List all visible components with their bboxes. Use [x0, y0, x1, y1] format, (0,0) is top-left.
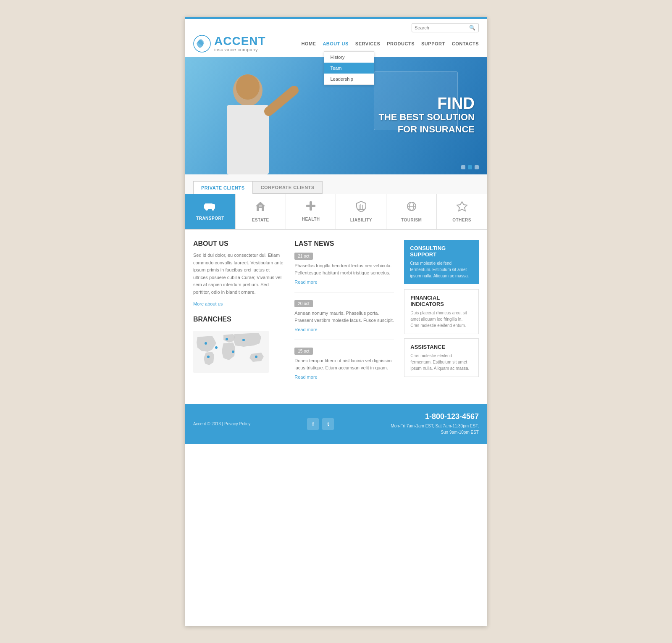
center-column: LAST NEWS 21 oct Phasellus fringilla hen…	[294, 240, 394, 394]
svg-rect-2	[227, 105, 269, 174]
right-column: CONSULTING SUPPORT Cras molestie eleifen…	[404, 240, 479, 394]
dropdown-leadership[interactable]: Leadership	[324, 74, 374, 84]
nav-about-us[interactable]: ABOUT US	[323, 40, 348, 48]
liability-label: LIABILITY	[350, 218, 372, 222]
world-map	[193, 331, 269, 373]
news-date-3: 15 oct	[294, 348, 312, 355]
about-us-link[interactable]: More about us	[193, 301, 223, 306]
hero-dots	[461, 165, 479, 169]
news-date-1: 21 oct	[294, 253, 312, 260]
estate-icon	[255, 200, 266, 215]
search-box[interactable]: 🔍	[412, 23, 479, 32]
hero-dot-1[interactable]	[461, 165, 465, 169]
logo-area: ACCENT insurance company	[193, 35, 266, 53]
svg-point-28	[207, 356, 210, 358]
logo-icon	[193, 35, 211, 53]
svg-point-23	[215, 346, 218, 349]
search-input[interactable]	[415, 25, 469, 30]
svg-point-27	[255, 356, 257, 358]
svg-rect-13	[306, 205, 315, 207]
page-wrapper: 🔍 ACCENT insurance company HOME ABOUT US	[185, 17, 487, 626]
footer-hours-line1: Mon-Fri 7am-1am EST, Sat 7am-11:30pm EST…	[391, 424, 479, 428]
news-date-2: 20 oct	[294, 300, 312, 307]
consulting-box: CONSULTING SUPPORT Cras molestie eleifen…	[404, 240, 479, 284]
footer: Accent © 2013 | Privacy Policy f t 1-800…	[185, 404, 487, 444]
transport-icon	[204, 200, 216, 213]
news-item-1: 21 oct Phasellus fringilla hendrerit lec…	[294, 252, 394, 293]
assistance-text: Cras molestie eleifend fermentum. Estibu…	[410, 353, 472, 372]
svg-point-22	[205, 342, 207, 345]
hero-find: FIND	[378, 95, 475, 111]
footer-copyright: Accent © 2013 | Privacy Policy	[193, 422, 250, 426]
news-item-3: 15 oct Donec tempor libero ut nisl lacin…	[294, 347, 394, 387]
ins-others[interactable]: OTHERS	[437, 194, 487, 229]
nav-home[interactable]: HOME	[301, 40, 316, 48]
tourism-label: TOURISM	[401, 218, 422, 222]
svg-point-26	[232, 350, 234, 353]
others-label: OTHERS	[452, 218, 471, 222]
tab-corporate-clients[interactable]: CORPORATE CLIENTS	[253, 181, 323, 194]
svg-point-25	[242, 339, 245, 341]
svg-point-9	[212, 208, 214, 211]
about-us-text: Sed id dui dolor, eu consectetur dui. Et…	[193, 252, 284, 296]
footer-contact: 1-800-123-4567 Mon-Fri 7am-1am EST, Sat …	[391, 412, 479, 435]
header-main: ACCENT insurance company HOME ABOUT US H…	[193, 35, 479, 57]
logo-text-area: ACCENT insurance company	[214, 35, 266, 52]
svg-rect-11	[259, 205, 262, 207]
twitter-button[interactable]: t	[322, 418, 334, 430]
news-item-2: 20 oct Aenean nonumy mauris. Phasellus p…	[294, 299, 394, 340]
news-readmore-2[interactable]: Read more	[294, 327, 317, 332]
tab-buttons: PRIVATE CLIENTS CORPORATE CLIENTS	[193, 181, 479, 194]
nav-products[interactable]: PRODUCTS	[387, 40, 415, 48]
content-section: ABOUT US Sed id dui dolor, eu consectetu…	[185, 230, 487, 404]
svg-point-5	[291, 86, 298, 93]
health-label: HEALTH	[302, 217, 320, 221]
footer-phone: 1-800-123-4567	[391, 412, 479, 421]
footer-hours-line2: Sun 9am-10pm EST	[441, 430, 479, 435]
ins-liability[interactable]: LIABILITY	[336, 194, 386, 229]
liability-icon	[356, 200, 367, 215]
tourism-icon	[405, 200, 418, 215]
consulting-title: CONSULTING SUPPORT	[410, 245, 473, 258]
news-text-3: Donec tempor libero ut nisl lacinia vel …	[294, 357, 394, 371]
ins-health[interactable]: HEALTH	[286, 194, 336, 229]
nav-support[interactable]: SUPPORT	[421, 40, 445, 48]
hero-text: FIND THE BEST SOLUTION FOR INSURANCE	[378, 95, 475, 135]
header-top: 🔍	[193, 23, 479, 32]
svg-line-4	[269, 90, 294, 111]
about-us-dropdown: History Team Leadership	[324, 51, 374, 85]
consulting-text: Cras molestie eleifend fermentum. Estibu…	[410, 260, 473, 279]
news-readmore-3[interactable]: Read more	[294, 374, 317, 379]
tab-private-clients[interactable]: PRIVATE CLIENTS	[193, 181, 253, 194]
assistance-box: ASSISTANCE Cras molestie eleifend fermen…	[404, 338, 479, 377]
svg-rect-7	[205, 203, 213, 206]
nav-contacts[interactable]: CONTACTS	[452, 40, 479, 48]
ins-tourism[interactable]: TOURISM	[386, 194, 437, 229]
footer-hours: Mon-Fri 7am-1am EST, Sat 7am-11:30pm EST…	[391, 423, 479, 435]
last-news-title: LAST NEWS	[294, 240, 394, 248]
svg-point-8	[205, 208, 208, 211]
header: 🔍 ACCENT insurance company HOME ABOUT US	[185, 19, 487, 57]
about-us-title: ABOUT US	[193, 240, 284, 248]
hero-line3: FOR INSURANCE	[378, 124, 475, 136]
left-column: ABOUT US Sed id dui dolor, eu consectetu…	[193, 240, 284, 394]
hero-dot-3[interactable]	[475, 165, 479, 169]
tabs-section: PRIVATE CLIENTS CORPORATE CLIENTS TRANSP…	[185, 174, 487, 230]
branches-section: BRANCHES	[193, 316, 284, 374]
dropdown-history[interactable]: History	[324, 52, 374, 63]
news-text-1: Phasellus fringilla hendrerit lectus nec…	[294, 262, 394, 276]
news-readmore-1[interactable]: Read more	[294, 279, 317, 285]
news-text-2: Aenean nonumy mauris. Phasellus porta. P…	[294, 310, 394, 324]
branches-title: BRANCHES	[193, 316, 284, 323]
ins-transport[interactable]: TRANSPORT	[185, 194, 236, 229]
assistance-title: ASSISTANCE	[410, 344, 472, 350]
insurance-icons-row: TRANSPORT ESTATE HEALTH LIABILITY	[185, 194, 487, 229]
hero-dot-2[interactable]	[468, 165, 472, 169]
dropdown-team[interactable]: Team	[324, 63, 374, 74]
hero-line2: THE BEST SOLUTION	[378, 111, 475, 124]
search-icon: 🔍	[469, 25, 475, 31]
ins-estate[interactable]: ESTATE	[236, 194, 286, 229]
svg-point-3	[236, 74, 260, 100]
nav-services[interactable]: SERVICES	[355, 40, 380, 48]
facebook-button[interactable]: f	[307, 418, 319, 430]
